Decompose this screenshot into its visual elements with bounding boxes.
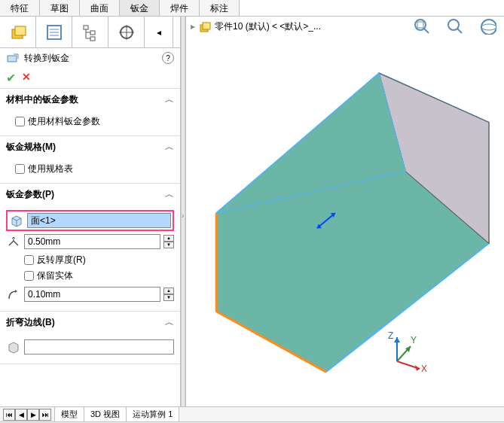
orientation-triad[interactable]: X Y Z <box>382 331 427 376</box>
chevron-left-icon: ◂ <box>157 27 161 38</box>
reverse-thickness-checkbox[interactable]: 反转厚度(R) <box>24 252 174 268</box>
convert-sheetmetal-icon <box>6 51 20 65</box>
property-manager-tab[interactable] <box>36 17 72 47</box>
section-title: 钣金参数(P) <box>6 188 54 201</box>
svg-rect-7 <box>90 31 95 35</box>
section-title: 材料中的钣金参数 <box>6 93 78 106</box>
svg-point-25 <box>448 20 459 30</box>
params-section-header[interactable]: 钣金参数(P) ︿ <box>0 184 180 205</box>
edge-icon <box>6 339 21 355</box>
checkbox-input[interactable] <box>15 164 25 174</box>
bend-radius-icon <box>6 287 21 302</box>
tab-annotation[interactable]: 标注 <box>200 0 240 16</box>
cancel-button[interactable]: ✕ <box>22 71 31 85</box>
gauge-section-header[interactable]: 钣金规格(M) ︿ <box>0 136 180 158</box>
bend-edges-section-header[interactable]: 折弯边线(B) ︿ <box>0 312 180 333</box>
svg-rect-1 <box>15 26 26 35</box>
checkbox-input[interactable] <box>24 255 34 265</box>
y-axis-label: Y <box>411 335 417 345</box>
cube-icon <box>9 213 24 228</box>
feature-title: 转换到钣金 <box>24 52 157 65</box>
section-title: 钣金规格(M) <box>6 141 56 154</box>
svg-rect-15 <box>8 56 17 62</box>
tab-features[interactable]: 特征 <box>0 0 40 16</box>
chevron-up-icon: ︿ <box>165 188 174 201</box>
thickness-input[interactable] <box>24 234 160 249</box>
tab-sketch[interactable]: 草图 <box>40 0 80 16</box>
tab-surface[interactable]: 曲面 <box>80 0 120 16</box>
zoom-fit-icon[interactable] <box>412 17 430 35</box>
bend-radius-input[interactable] <box>24 287 160 302</box>
overflow-tab[interactable]: ◂ <box>145 17 173 47</box>
feature-manager-tab[interactable] <box>0 17 36 47</box>
tab-weldment[interactable]: 焊件 <box>160 0 200 16</box>
checkbox-label: 使用规格表 <box>28 163 73 175</box>
bend-edge-input[interactable] <box>24 339 174 355</box>
tab-sheetmetal[interactable]: 钣金 <box>120 0 160 16</box>
model-tab[interactable]: 模型 <box>54 406 84 422</box>
bend-radius-spinner[interactable]: ▲▼ <box>163 288 174 301</box>
help-button[interactable]: ? <box>162 52 174 64</box>
keep-body-checkbox[interactable]: 保留实体 <box>24 268 174 284</box>
target-icon <box>118 23 136 41</box>
view-orientation-icon[interactable] <box>478 17 496 35</box>
config-manager-tab[interactable] <box>72 17 108 47</box>
property-manager: ◂ 转换到钣金 ? ✔ ✕ 材料中的钣金参数 ︿ 使用材料钣金参数 <box>0 17 181 406</box>
next-tab-button[interactable]: ▶ <box>27 409 39 421</box>
svg-rect-8 <box>90 37 95 41</box>
svg-point-22 <box>415 20 426 30</box>
thickness-spinner[interactable]: ▲▼ <box>163 235 174 248</box>
last-tab-button[interactable]: ⏭ <box>39 409 51 421</box>
svg-rect-6 <box>84 26 88 29</box>
material-section-header[interactable]: 材料中的钣金参数 ︿ <box>0 89 180 111</box>
part-tree-icon <box>198 20 212 33</box>
section-title: 折弯边线(B) <box>6 316 55 329</box>
svg-marker-42 <box>394 337 400 342</box>
z-axis-label: Z <box>388 331 393 341</box>
tree-icon <box>81 23 99 41</box>
chevron-up-icon: ︿ <box>165 141 174 154</box>
expand-tree-icon[interactable]: ▸ <box>191 21 195 32</box>
first-tab-button[interactable]: ⏮ <box>3 409 15 421</box>
checkbox-input[interactable] <box>24 271 34 281</box>
use-material-params-checkbox[interactable]: 使用材料钣金参数 <box>15 114 174 129</box>
svg-point-27 <box>481 20 496 35</box>
checkbox-label: 反转厚度(R) <box>37 254 86 266</box>
zoom-area-icon[interactable] <box>445 17 463 35</box>
checkbox-label: 使用材料钣金参数 <box>28 115 100 128</box>
face-selection-input[interactable] <box>27 213 171 228</box>
use-gauge-table-checkbox[interactable]: 使用规格表 <box>15 161 174 177</box>
ribbon-tabs: 特征 草图 曲面 钣金 焊件 标注 <box>0 0 504 17</box>
graphics-viewport[interactable]: ▸ 零件10 (默认) < <默认>_... X Y <box>185 17 504 406</box>
3d-view-tab[interactable]: 3D 视图 <box>84 406 127 422</box>
svg-line-23 <box>424 29 429 33</box>
chevron-up-icon: ︿ <box>165 316 174 329</box>
model-3d[interactable] <box>186 39 504 387</box>
svg-point-28 <box>481 24 496 30</box>
checkbox-input[interactable] <box>15 117 25 126</box>
bottom-tab-bar: ⏮ ◀ ▶ ⏭ 模型 3D 视图 运动算例 1 <box>0 406 504 421</box>
thickness-icon <box>6 234 21 249</box>
part-icon <box>9 23 27 41</box>
dimxpert-tab[interactable] <box>108 17 145 47</box>
tree-item-label[interactable]: 零件10 (默认) < <默认>_... <box>215 20 321 33</box>
prev-tab-button[interactable]: ◀ <box>15 409 27 421</box>
svg-rect-24 <box>417 22 423 28</box>
checkbox-label: 保留实体 <box>37 269 73 282</box>
motion-study-tab[interactable]: 运动算例 1 <box>126 406 179 422</box>
fixed-face-selection[interactable] <box>6 210 174 231</box>
chevron-up-icon: ︿ <box>165 93 174 106</box>
ok-button[interactable]: ✔ <box>6 71 16 85</box>
svg-line-26 <box>457 29 462 33</box>
x-axis-label: X <box>421 364 427 374</box>
svg-rect-21 <box>203 23 210 29</box>
list-icon <box>45 23 63 41</box>
